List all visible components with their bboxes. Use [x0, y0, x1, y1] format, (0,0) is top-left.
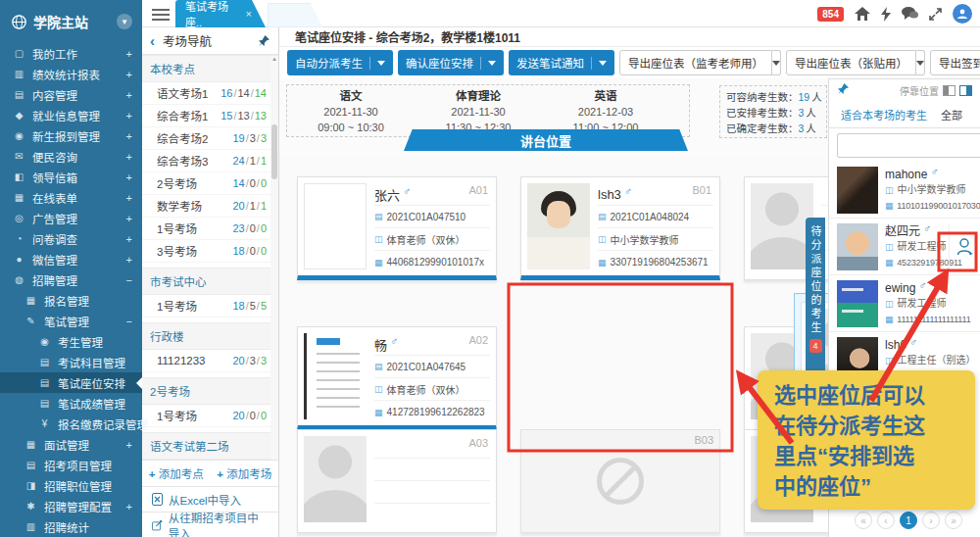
dock-right-icon[interactable]: [959, 85, 972, 96]
send-notice-button[interactable]: 发送笔试通知: [509, 50, 614, 75]
candidate-name: mahone: [885, 168, 927, 181]
brand-row[interactable]: 学院主站 ▾: [0, 0, 142, 43]
room-item[interactable]: 语文考场1161414: [142, 82, 278, 105]
tab-suitable-candidates[interactable]: 适合本考场的考生: [829, 107, 935, 122]
page-first-button[interactable]: «: [855, 512, 872, 529]
page-number-current[interactable]: 1: [900, 512, 917, 529]
candidate-row-zhaosiyuan[interactable]: 赵四元♂ ◫研发工程师 ▦45232919780911: [829, 219, 980, 275]
tab-title: 笔试考场座..: [185, 0, 240, 29]
close-icon[interactable]: ×: [246, 8, 252, 20]
sidebar-item-survey[interactable]: ◔问卷调查+: [0, 228, 142, 249]
auto-assign-button[interactable]: 自动分派考生: [287, 50, 393, 75]
room-item-current[interactable]: 综合考场21933: [142, 127, 278, 150]
room-item[interactable]: 1号考场2300: [142, 218, 278, 240]
sidebar-item-position-mgmt[interactable]: ◨招聘职位管理: [0, 475, 142, 496]
seat-code: A01: [468, 184, 488, 196]
waiting-candidates-tab[interactable]: 待分派座位的考生 4: [806, 218, 825, 386]
sidebar-item-performance-report[interactable]: ▥绩效统计报表+: [0, 64, 142, 84]
dock-left-icon[interactable]: [943, 85, 956, 96]
page-last-button[interactable]: »: [945, 512, 962, 529]
site-section-header[interactable]: 本校考点: [142, 55, 278, 82]
flash-icon[interactable]: [881, 7, 891, 22]
sidebar-item-my-work[interactable]: ▢我的工作+: [0, 43, 142, 64]
room-item[interactable]: 1号考场1855: [142, 295, 278, 317]
caret-down-icon[interactable]: [369, 57, 385, 70]
resize-icon[interactable]: [929, 8, 942, 21]
sidebar-item-recruit-project[interactable]: ▤招考项目管理: [0, 455, 142, 475]
search-input[interactable]: [837, 133, 980, 158]
sidebar-item-score-mgmt[interactable]: ▤笔试成绩管理: [0, 393, 142, 414]
sidebar-item-ads[interactable]: ◎广告管理+: [0, 208, 142, 228]
stat-confirmed: 已确定考生数：3人: [726, 121, 820, 136]
back-icon[interactable]: ‹: [150, 32, 155, 49]
user-avatar[interactable]: [953, 4, 972, 24]
export-post-button[interactable]: 导出座位表（张贴用）: [786, 50, 916, 75]
sidebar-item-new-student[interactable]: ◉新生报到管理+: [0, 125, 142, 146]
room-item[interactable]: 综合考场1151313: [142, 105, 278, 127]
export-signin-button[interactable]: 导出签到表: [930, 50, 980, 75]
site-section-header[interactable]: 市考试中心: [142, 268, 278, 295]
home-icon[interactable]: [855, 7, 870, 21]
pin-icon[interactable]: [837, 82, 850, 98]
sidebar-item-payment-records[interactable]: ¥报名缴费记录管理: [0, 414, 142, 434]
sidebar-item-employment-info[interactable]: ◆就业信息管理+: [0, 105, 142, 125]
sidebar-item-leader-mailbox[interactable]: ◧领导信箱+: [0, 167, 142, 187]
candidate-name: lsh6: [885, 338, 906, 352]
clock-icon: ◔: [12, 233, 26, 244]
room-item[interactable]: 综合考场32411: [142, 150, 278, 172]
notification-badge[interactable]: 854: [817, 7, 844, 22]
caret-down-icon[interactable]: [772, 50, 781, 75]
sidebar-item-consult[interactable]: ✉便民咨询+: [0, 146, 142, 167]
site-section-header[interactable]: 2号考场: [142, 377, 278, 405]
sidebar-item-written-exam-mgmt[interactable]: ✎笔试管理−: [0, 311, 142, 331]
page-next-button[interactable]: ›: [922, 512, 940, 529]
scrollbar-thumb[interactable]: [271, 124, 277, 179]
sidebar-item-wechat[interactable]: ●微信管理+: [0, 249, 142, 269]
room-item[interactable]: 3号考场1800: [142, 240, 278, 263]
sidebar-item-content-mgmt[interactable]: ▤内容管理+: [0, 84, 142, 105]
chat-icon[interactable]: [902, 7, 918, 21]
menu-icon[interactable]: [152, 6, 170, 21]
candidate-row-mahone[interactable]: mahone♂ ◫中小学数学教师 ▦110101199001017030: [829, 162, 980, 219]
caret-down-icon[interactable]: [591, 57, 607, 70]
sidebar-item-online-form[interactable]: ▦在线表单+: [0, 187, 142, 208]
seat-card-a01[interactable]: A01 张六♂ ▤2021C01A047510 ◫体育老师（双休） ▦44068…: [297, 176, 497, 280]
site-section-header[interactable]: 行政楼: [142, 322, 278, 350]
scrollbar[interactable]: ▲ ▼: [270, 56, 278, 483]
candidate-row-ewing[interactable]: ewing♂ ◫研发工程师 ▦111111111111111111: [829, 275, 980, 332]
pin-icon[interactable]: [258, 34, 270, 47]
tab-exam-room-seat[interactable]: 笔试考场座.. ×: [175, 0, 266, 27]
room-item[interactable]: 111212332033: [142, 350, 278, 372]
assign-to-seat-button[interactable]: [949, 224, 980, 268]
seat-card-b01[interactable]: B01 lsh3♂ ▤2021C01A048024 ◫中小学数学教师 ▦3307…: [520, 176, 720, 280]
confirm-seats-button[interactable]: 确认座位安排: [398, 50, 504, 75]
sidebar-item-recruit-stats[interactable]: ▥招聘统计: [0, 516, 142, 537]
room-item[interactable]: 数学考场2011: [142, 195, 278, 218]
sidebar-item-recruit-mgmt[interactable]: ◍招聘管理−: [0, 269, 142, 290]
seat-card-b03-blocked[interactable]: B03: [520, 429, 720, 533]
tab-all-candidates[interactable]: 全部: [941, 107, 980, 122]
seat-card-a02[interactable]: A02 畅♂ ▤2021C01A047645 ◫体育老师（双休） ▦412728…: [297, 326, 497, 430]
file-icon: ▤: [37, 398, 52, 409]
chevron-down-icon[interactable]: ▾: [117, 14, 132, 29]
import-excel-button[interactable]: 从Excel中导入: [142, 486, 278, 512]
seat-code: A03: [468, 437, 488, 449]
sidebar-item-interview-mgmt[interactable]: ▦面试管理+: [0, 434, 142, 455]
add-site-button[interactable]: + 添加考点: [149, 465, 204, 481]
seat-card-a03[interactable]: A03: [297, 429, 497, 533]
page-prev-button[interactable]: ‹: [877, 512, 895, 529]
sidebar-item-candidate-mgmt[interactable]: ◉考生管理: [0, 331, 142, 352]
sidebar-item-recruit-config[interactable]: ✱招聘管理配置+: [0, 496, 142, 516]
caret-down-icon[interactable]: [480, 57, 496, 70]
site-section-header[interactable]: 语文考试第二场: [142, 432, 278, 460]
room-item[interactable]: 2号考场1400: [142, 172, 278, 195]
idcard-icon: ▦: [885, 258, 893, 268]
room-item[interactable]: 1号考场2000: [142, 405, 278, 427]
add-room-button[interactable]: + 添加考场: [217, 465, 271, 481]
sidebar-item-signup-mgmt[interactable]: ▦报名管理: [0, 290, 142, 311]
export-invigilator-button[interactable]: 导出座位表（监考老师用）: [619, 50, 772, 75]
sidebar-item-seat-arrangement[interactable]: ▤笔试座位安排: [0, 372, 142, 393]
sidebar-item-subject-mgmt[interactable]: ▤考试科目管理: [0, 352, 142, 372]
caret-down-icon[interactable]: [916, 50, 925, 75]
import-history-button[interactable]: 从往期招考项目中导入: [142, 512, 278, 537]
